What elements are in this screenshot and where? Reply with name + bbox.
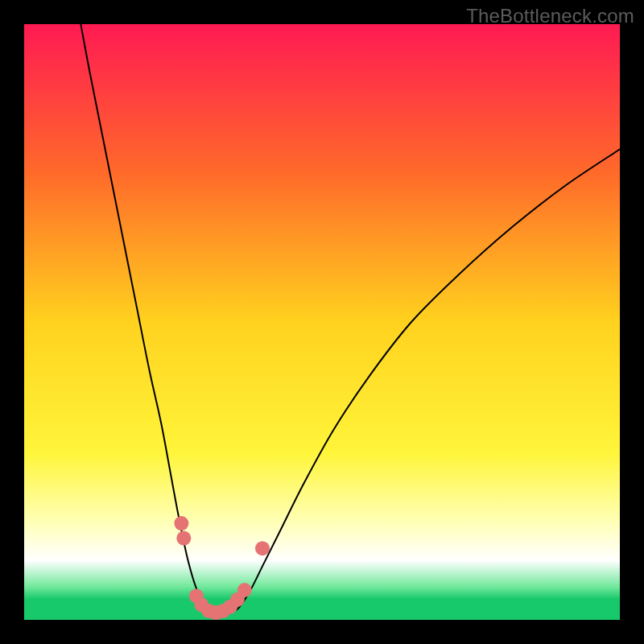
marker-dot bbox=[174, 516, 188, 530]
bottleneck-chart bbox=[24, 24, 620, 620]
plot-area bbox=[24, 24, 620, 620]
marker-dot bbox=[237, 583, 252, 597]
gradient-background bbox=[24, 24, 620, 620]
marker-dot bbox=[255, 541, 270, 555]
marker-dot bbox=[176, 531, 191, 546]
chart-frame: TheBottleneck.com bbox=[0, 0, 644, 644]
